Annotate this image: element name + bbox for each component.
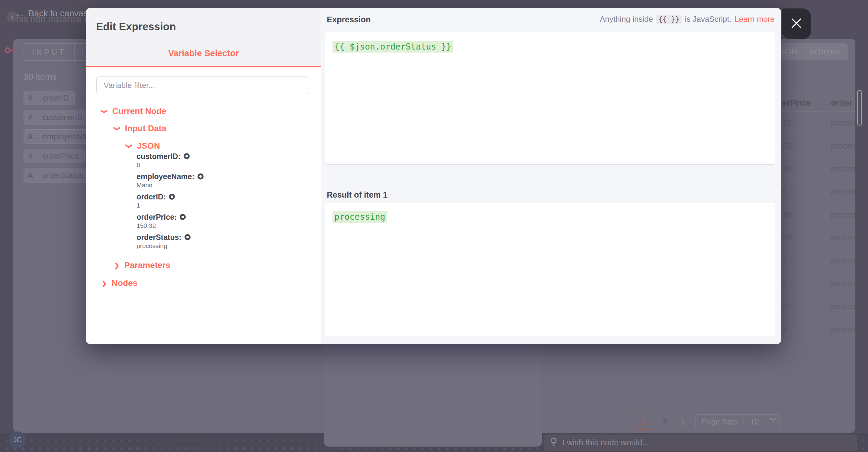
- cell-order-status: proces: [827, 157, 855, 180]
- cell-order-status: proces: [827, 295, 855, 318]
- variable-key: employeeName:: [136, 172, 204, 181]
- node-feedback-input[interactable]: I wish this node would...: [544, 434, 857, 451]
- cell-order-status: proces: [827, 180, 855, 203]
- back-to-canvas-link[interactable]: ← Back to canvas: [14, 8, 88, 19]
- field-name: customerID: [37, 110, 88, 124]
- result-viewer: processing: [325, 202, 775, 337]
- variable-field[interactable]: orderPrice:150.32: [136, 212, 204, 229]
- field-type-icon: A: [24, 130, 37, 144]
- variable-field[interactable]: orderID:1: [136, 192, 204, 209]
- variable-value: 8: [136, 161, 204, 169]
- cell-order-status: proces: [827, 226, 855, 249]
- bullseye-icon: [185, 234, 191, 240]
- variable-key-label: orderPrice:: [136, 212, 177, 221]
- chevron-down-icon: ❯: [770, 416, 777, 427]
- tab-schema[interactable]: Schema: [809, 47, 839, 57]
- chevron-down-icon: ❯: [114, 126, 121, 131]
- tree-item-input-data[interactable]: ❯ Input Data: [115, 124, 166, 133]
- variable-field[interactable]: orderStatus:processing: [136, 233, 204, 249]
- chevron-right-icon: ❯: [101, 280, 107, 287]
- variable-value: processing: [136, 242, 204, 249]
- variable-value: 150.32: [136, 222, 204, 229]
- expression-pane: Expression Anything inside {{ }} is Java…: [321, 8, 781, 344]
- screen: This n8n instance is i ← Back to canvas …: [0, 0, 868, 452]
- chevron-down-icon: ❯: [126, 143, 132, 149]
- field-name: orderStatus: [37, 168, 89, 182]
- scrollbar-thumb[interactable]: [857, 90, 862, 126]
- column-header-order-status: order: [827, 95, 855, 111]
- bullseye-icon: [197, 174, 204, 179]
- schema-pill: #orderPrice: [24, 149, 85, 163]
- page-size-value: 10: [744, 417, 768, 427]
- schema-pill: #customerID: [24, 110, 89, 124]
- tree-item-json[interactable]: ❯ JSON: [127, 141, 160, 151]
- tree-item-parameters[interactable]: ❯ Parameters: [114, 261, 170, 270]
- braces-chip: {{ }}: [656, 15, 682, 24]
- field-type-icon: #: [24, 110, 37, 124]
- field-type-icon: #: [24, 91, 37, 105]
- expression-editor[interactable]: {{ $json.orderStatus }}: [325, 32, 775, 165]
- items-count: 30 items: [24, 72, 57, 82]
- hint-text: is JavaScript.: [685, 14, 732, 24]
- tree-label: Current Node: [112, 107, 166, 116]
- field-type-icon: A: [24, 168, 37, 182]
- close-button[interactable]: [782, 8, 811, 39]
- variable-key-label: orderID:: [136, 192, 166, 201]
- lightbulb-icon: [550, 437, 558, 448]
- cell-order-status: proces: [827, 134, 855, 157]
- field-name: orderID: [37, 91, 74, 105]
- variable-selector-pane: Edit Expression Variable Selector ❯ Curr…: [86, 8, 321, 344]
- bullseye-icon: [169, 194, 175, 200]
- modal-title: Edit Expression: [96, 21, 176, 33]
- cell-order-status: proces: [827, 203, 855, 226]
- variable-key-label: employeeName:: [136, 172, 194, 181]
- result-label: Result of item 1: [327, 190, 388, 200]
- edit-expression-modal: Edit Expression Variable Selector ❯ Curr…: [86, 8, 781, 344]
- cell-order-status: proces: [827, 318, 855, 341]
- variable-field[interactable]: employeeName:Mario: [136, 172, 204, 189]
- variable-filter-input[interactable]: [96, 77, 308, 94]
- learn-more-link[interactable]: Learn more: [735, 14, 775, 24]
- bullseye-icon: [180, 214, 186, 220]
- close-icon: [790, 17, 803, 31]
- field-value: 1: [80, 93, 84, 103]
- expression-label: Expression: [327, 15, 371, 25]
- schema-pill: #orderID: [24, 91, 74, 105]
- variable-field-list: customerID:8employeeName:MarioorderID:1o…: [136, 152, 204, 253]
- pagination-next-icon[interactable]: ❯: [677, 414, 689, 430]
- tab-input[interactable]: INPUT: [24, 44, 74, 60]
- field-type-icon: #: [24, 149, 37, 163]
- tree-item-current-node[interactable]: ❯ Current Node: [102, 107, 166, 116]
- page-size-label: Page Size: [695, 415, 744, 429]
- pagination-page-1[interactable]: 1: [636, 414, 651, 430]
- cell-order-status: proces: [827, 112, 855, 134]
- tree-label: JSON: [137, 141, 160, 151]
- tab-variable-selector[interactable]: Variable Selector: [86, 48, 321, 58]
- variable-key: orderPrice:: [136, 212, 204, 221]
- variable-value: 1: [136, 202, 204, 209]
- result-value: processing: [333, 211, 387, 223]
- tree-label: Parameters: [124, 261, 170, 270]
- variable-key-label: customerID:: [136, 152, 181, 161]
- expression-code: {{ $json.orderStatus }}: [333, 41, 453, 53]
- expression-hint: Anything inside {{ }} is JavaScript. Lea…: [600, 14, 775, 24]
- field-name: orderPrice: [37, 149, 84, 163]
- chevron-right-icon: ❯: [114, 262, 120, 269]
- tree-item-nodes[interactable]: ❯ Nodes: [101, 278, 137, 288]
- avatar[interactable]: JC: [9, 431, 26, 448]
- cell-order-status: proces: [827, 272, 855, 295]
- variable-key: customerID:: [136, 152, 204, 161]
- variable-value: Mario: [136, 181, 204, 189]
- variable-key: orderID:: [136, 192, 204, 201]
- tree-label: Input Data: [125, 124, 166, 133]
- tree-label: Nodes: [112, 278, 138, 288]
- back-to-canvas-label: Back to canvas: [28, 8, 88, 19]
- node-feedback-placeholder: I wish this node would...: [562, 438, 649, 448]
- key-icon: [4, 45, 16, 57]
- page-size-select[interactable]: Page Size 10 ❯: [695, 414, 779, 429]
- variable-field[interactable]: customerID:8: [136, 152, 204, 169]
- pagination-page-2[interactable]: 2: [657, 414, 673, 430]
- schema-pill: AorderStatus: [24, 168, 89, 182]
- bullseye-icon: [184, 153, 190, 159]
- hint-text: Anything inside: [600, 14, 653, 24]
